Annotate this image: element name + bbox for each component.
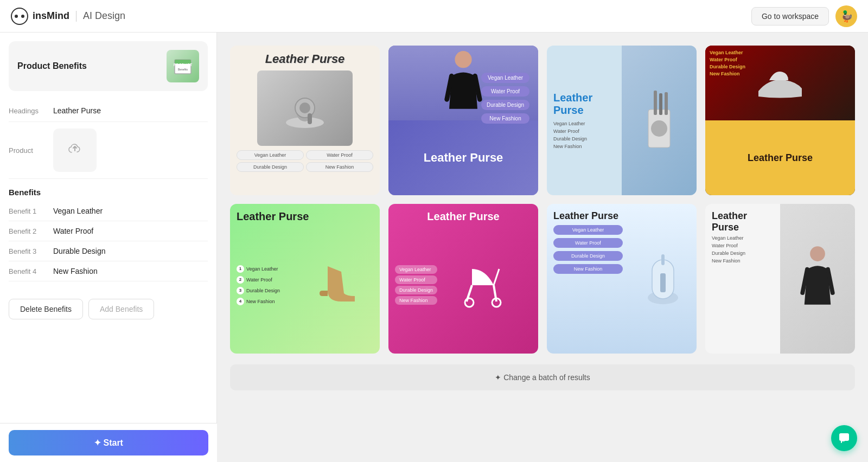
card-2-badge-2: Water Proof (481, 86, 529, 97)
logo-text: insMind (33, 10, 69, 22)
design-card-3[interactable]: Leather Purse Vegan Leather Water Proof … (547, 46, 697, 195)
svg-point-20 (465, 298, 474, 307)
woman-2-icon (796, 243, 839, 314)
benefit-label-2: Benefit 2 (9, 227, 47, 235)
card-1-title: Leather Purse (265, 52, 345, 66)
card-3-tag-2: Water Proof (553, 129, 615, 134)
card-6-pill-1: Vegan Leather (395, 265, 437, 274)
action-buttons: Delete Benefits Add Benefits (0, 290, 216, 328)
benefit-label-4: Benefit 4 (9, 267, 47, 275)
svg-rect-16 (665, 92, 668, 115)
design-grid: Leather Purse Vegan Leather Water Proof … (230, 46, 855, 354)
design-card-5[interactable]: Leather Purse 1Vegan Leather 2Water Proo… (230, 204, 380, 354)
headings-row: Headings Leather Purse (9, 100, 208, 122)
card-2-image-area: Vegan Leather Water Proof Durable Design… (388, 46, 538, 120)
product-upload-box[interactable] (53, 129, 97, 172)
avatar[interactable]: 🦆 (835, 5, 857, 27)
card-7-pill-4: New Fashion (553, 264, 623, 274)
card-1-tag-1: Vegan Leather (237, 150, 304, 160)
product-label: Product (9, 146, 47, 155)
logo: insMind AI Design (11, 8, 125, 25)
svg-rect-15 (659, 93, 662, 115)
card-2-bottom: Leather Purse (388, 120, 538, 195)
design-card-4[interactable]: Vegan Leather Water Proof Durable Design… (705, 46, 855, 195)
card-1-tag-2: Water Proof (306, 150, 373, 160)
benefit-row-4: Benefit 4 New Fashion (9, 261, 208, 281)
change-batch-button[interactable]: ✦ Change a batch of results (230, 364, 855, 390)
benefit-value-4[interactable]: New Fashion (53, 267, 98, 275)
card-6-title: Leather Purse (395, 210, 532, 223)
card-6-pill-2: Water Proof (395, 275, 437, 284)
card-1-tag-4: New Fashion (306, 162, 373, 172)
chat-icon (838, 432, 851, 445)
logo-sub-text: AI Design (83, 10, 125, 22)
card-1-image (257, 70, 353, 146)
card-4-bottom: Leather Purse (705, 120, 855, 195)
svg-text:PRODUCT: PRODUCT (174, 63, 193, 67)
woman-icon (439, 48, 488, 118)
benefit-row-1: Benefit 1 Vegan Leather (9, 201, 208, 221)
card-6-content: Vegan Leather Water Proof Durable Design… (395, 223, 532, 347)
benefit-label-3: Benefit 3 (9, 247, 47, 255)
form-section: Headings Leather Purse Product (0, 100, 216, 179)
card-7-pill-2: Water Proof (553, 238, 623, 248)
svg-rect-11 (308, 113, 312, 124)
product-benefits-card[interactable]: Product Benefits PRODUCT Benefits (9, 41, 208, 91)
start-button[interactable]: ✦ Start (9, 430, 208, 455)
benefit-value-3[interactable]: Durable Design (53, 247, 106, 255)
headings-label: Headings (9, 107, 47, 115)
card-8-tag-2: Water Proof (712, 243, 774, 248)
card-1-tag-3: Durable Design (237, 162, 304, 172)
header: insMind AI Design Go to workspace 🦆 (0, 0, 868, 33)
card-8-tag-4: New Fashion (712, 258, 774, 264)
delete-benefits-button[interactable]: Delete Benefits (9, 299, 83, 319)
benefit-label-1: Benefit 1 (9, 207, 47, 215)
knife-block-icon (637, 88, 681, 153)
card-7-image (629, 204, 697, 354)
main-layout: Product Benefits PRODUCT Benefits Headin… (0, 33, 868, 462)
design-card-6[interactable]: Leather Purse Vegan Leather Water Proof … (388, 204, 538, 354)
card-7-title: Leather Purse (553, 210, 623, 222)
card-4-tag-2: Water Proof (710, 57, 745, 62)
svg-line-22 (494, 269, 499, 285)
benefit-row-2: Benefit 2 Water Proof (9, 221, 208, 241)
card-5-list: 1Vegan Leather 2Water Proof 3Durable Des… (237, 223, 293, 347)
svg-rect-28 (839, 433, 849, 441)
card-3-left: Leather Purse Vegan Leather Water Proof … (547, 46, 622, 195)
add-benefits-button[interactable]: Add Benefits (88, 299, 154, 319)
product-benefits-image: PRODUCT Benefits (167, 50, 199, 82)
card-1-tags: Vegan Leather Water Proof Durable Design… (237, 150, 373, 172)
svg-point-1 (15, 15, 18, 18)
design-card-7[interactable]: Leather Purse Vegan Leather Water Proof … (547, 204, 697, 354)
go-workspace-button[interactable]: Go to workspace (751, 7, 829, 25)
card-2-badges: Vegan Leather Water Proof Durable Design… (481, 73, 529, 124)
headings-value[interactable]: Leather Purse (53, 106, 208, 115)
card-2-title: Leather Purse (424, 151, 503, 165)
card-6-image (439, 258, 532, 312)
mixer-icon (278, 84, 332, 132)
card-5-item-3: 3Durable Design (237, 287, 293, 294)
design-card-1[interactable]: Leather Purse Vegan Leather Water Proof … (230, 46, 380, 195)
stroller-icon (461, 258, 510, 312)
benefit-value-2[interactable]: Water Proof (53, 227, 93, 235)
svg-point-12 (455, 51, 471, 68)
svg-rect-26 (660, 273, 666, 292)
sidebar: Product Benefits PRODUCT Benefits Headin… (0, 33, 217, 462)
card-8-title: Leather Purse (712, 210, 774, 233)
card-5-item-2: 2Water Proof (237, 276, 293, 284)
card-6-pill-4: New Fashion (395, 296, 437, 305)
design-card-2[interactable]: Vegan Leather Water Proof Durable Design… (388, 46, 538, 195)
benefit-value-1[interactable]: Vegan Leather (53, 207, 103, 215)
card-3-tags: Vegan Leather Water Proof Durable Design… (553, 121, 615, 149)
card-5-image (298, 223, 373, 347)
header-right: Go to workspace 🦆 (751, 5, 857, 27)
product-row: Product (9, 122, 208, 179)
card-3-tag-4: New Fashion (553, 144, 615, 149)
chat-button[interactable] (831, 425, 857, 451)
logo-divider (76, 11, 76, 22)
svg-point-2 (21, 15, 24, 18)
humidifier-icon (644, 249, 682, 309)
card-5-title: Leather Purse (237, 210, 373, 223)
card-4-tag-4: New Fashion (710, 71, 745, 76)
design-card-8[interactable]: Leather Purse Vegan Leather Water Proof … (705, 204, 855, 354)
